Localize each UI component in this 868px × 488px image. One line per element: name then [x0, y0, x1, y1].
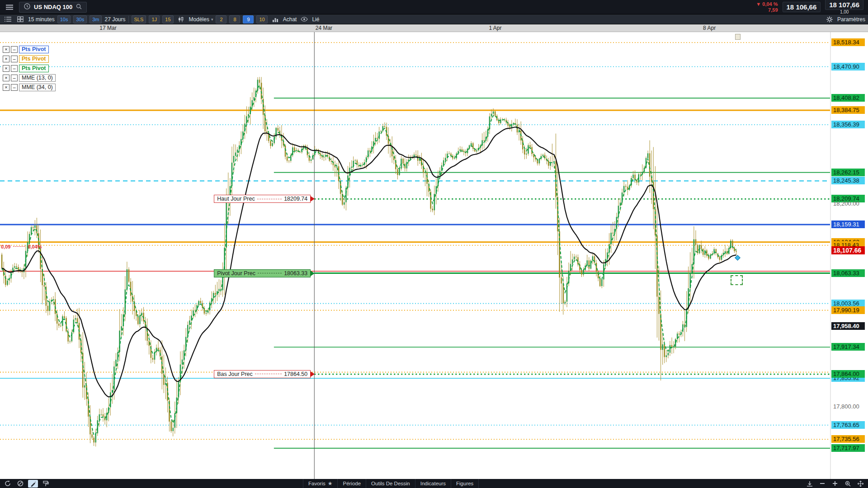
- price-axis-label: 17,958.40: [831, 322, 865, 330]
- remove-indicator-icon[interactable]: ×: [3, 84, 9, 91]
- sell-price-button[interactable]: 18 106,66: [783, 2, 821, 12]
- price-axis-label: 17,800.00: [831, 403, 865, 410]
- layout-10-button[interactable]: 10: [256, 15, 267, 23]
- order-marker-icon[interactable]: [735, 255, 741, 261]
- models-label: Modèles: [189, 16, 209, 23]
- layout-8-button[interactable]: 8: [229, 15, 240, 23]
- price-axis-label: 18,356.39: [831, 121, 865, 128]
- legend-label[interactable]: MME (13, 0): [19, 74, 56, 82]
- layout-grid-icon[interactable]: [15, 14, 25, 24]
- annotation-label: Haut Jour Prec: [217, 196, 255, 202]
- buy-mode-button[interactable]: Achat: [283, 16, 297, 23]
- chart-toolbar: 15 minutes 10s 30s 3m 27 Jours SLS 1J 15…: [0, 14, 868, 24]
- price-axis-label: 18,384.75: [831, 106, 865, 114]
- star-icon: ★: [328, 480, 333, 487]
- periode-button[interactable]: Période: [338, 479, 366, 488]
- legend-label[interactable]: Pts Pivot: [19, 46, 49, 53]
- annotation-value: 18063.33: [284, 270, 307, 277]
- timeframe-10s-button[interactable]: 10s: [57, 15, 71, 23]
- layout-2-button[interactable]: 2: [216, 15, 226, 23]
- annotation-label: Bas Jour Prec: [217, 371, 253, 377]
- quick-1j-button[interactable]: 1J: [149, 15, 160, 23]
- zoom-out-icon[interactable]: [817, 480, 827, 488]
- figures-button[interactable]: Figures: [451, 479, 479, 488]
- models-button[interactable]: Modèles ▾: [189, 16, 213, 23]
- erase-drawings-icon[interactable]: [15, 480, 25, 488]
- spread-value: 7,59: [756, 7, 778, 13]
- legend-row-mme34: × – MME (34, 0): [3, 84, 56, 91]
- paint-tool-icon[interactable]: [41, 480, 51, 488]
- layout-9-button[interactable]: 9: [243, 15, 254, 23]
- change-direction-icon: ▼: [756, 1, 761, 7]
- gear-icon[interactable]: [825, 14, 835, 24]
- remove-indicator-icon[interactable]: ×: [3, 56, 9, 62]
- settings-button[interactable]: Paramètres: [837, 16, 865, 23]
- buy-price-button[interactable]: 18 107,66: [825, 0, 863, 10]
- linked-button[interactable]: Lié: [312, 16, 319, 23]
- top-bar: US NDAQ 100 ▼ 0,04 % 7,59 18 106,66 18 1…: [0, 0, 868, 14]
- price-axis-label: 18,408.82: [831, 94, 865, 102]
- quick-15-button[interactable]: 15: [162, 15, 173, 23]
- legend-label[interactable]: Pts Pivot: [19, 65, 49, 72]
- pan-move-icon[interactable]: [855, 480, 865, 488]
- collapse-indicator-icon[interactable]: –: [11, 84, 18, 91]
- price-axis-label: 18,200.00: [831, 200, 865, 207]
- linked-label: Lié: [312, 16, 319, 23]
- selection-box[interactable]: [731, 275, 743, 285]
- bottom-menu-group: Favoris ★ Période Outils De Dessin Indic…: [303, 479, 479, 488]
- price-axis-label: 17,864.00: [831, 370, 865, 378]
- eye-icon[interactable]: [299, 14, 309, 24]
- instrument-name: US NDAQ 100: [34, 4, 72, 10]
- pivot-annotation[interactable]: Haut Jour Prec18209.74: [214, 195, 315, 203]
- remove-indicator-icon[interactable]: ×: [3, 46, 9, 53]
- chart-area[interactable]: 18,518.3418,470.9018,408.8218,384.7518,3…: [0, 32, 868, 479]
- outils-de-dessin-button[interactable]: Outils De Dessin: [366, 479, 415, 488]
- timeframe-selector[interactable]: 15 minutes: [28, 16, 55, 23]
- annotation-value: 18209.74: [284, 196, 307, 202]
- zoom-fit-icon[interactable]: [843, 480, 853, 488]
- favoris-button[interactable]: Favoris ★: [303, 479, 338, 488]
- price-axis-label: 18,107.66: [831, 246, 865, 254]
- indicateurs-button[interactable]: Indicateurs: [415, 479, 451, 488]
- price-axis-label: 18,518.34: [831, 38, 865, 46]
- collapse-indicator-icon[interactable]: –: [11, 75, 18, 81]
- annotation-arrow-icon: [311, 371, 315, 377]
- collapse-indicator-icon[interactable]: –: [11, 65, 18, 72]
- price-axis-label: 18,063.33: [831, 269, 865, 277]
- menu-icon[interactable]: [5, 2, 14, 12]
- price-axis-label: 18,262.15: [831, 169, 865, 176]
- date-label: 24 Mar: [316, 25, 332, 31]
- legend-row-pivot-orange: × – Pts Pivot: [3, 55, 56, 63]
- period-label: 27 Jours: [104, 16, 125, 23]
- pivot-annotation[interactable]: Bas Jour Prec17864.50: [214, 370, 315, 378]
- chart-type-icon[interactable]: [176, 14, 186, 24]
- volume-icon[interactable]: [270, 14, 280, 24]
- period-selector[interactable]: 27 Jours: [104, 16, 125, 23]
- buy-label: Achat: [283, 16, 297, 23]
- settings-label: Paramètres: [837, 16, 865, 23]
- watchlist-icon[interactable]: [3, 14, 13, 24]
- search-icon[interactable]: [76, 3, 82, 11]
- chevron-down-icon: ▾: [211, 17, 213, 22]
- remove-indicator-icon[interactable]: ×: [3, 75, 9, 81]
- export-icon[interactable]: [805, 480, 815, 488]
- price-axis-label: 17,735.56: [831, 435, 865, 443]
- note-icon[interactable]: [735, 34, 741, 40]
- remove-indicator-icon[interactable]: ×: [3, 65, 9, 72]
- quick-sls-button[interactable]: SLS: [132, 15, 146, 23]
- pivot-annotation[interactable]: Pivot Jour Prec18063.33: [214, 269, 315, 277]
- legend-label[interactable]: Pts Pivot: [19, 55, 49, 63]
- collapse-indicator-icon[interactable]: –: [11, 46, 18, 53]
- timeframe-3m-button[interactable]: 3m: [90, 15, 102, 23]
- instrument-selector[interactable]: US NDAQ 100: [19, 2, 87, 13]
- refresh-icon[interactable]: [3, 480, 13, 488]
- favoris-label: Favoris: [308, 481, 326, 486]
- collapse-indicator-icon[interactable]: –: [11, 56, 18, 62]
- timeframe-30s-button[interactable]: 30s: [73, 15, 87, 23]
- zoom-in-icon[interactable]: [830, 480, 840, 488]
- price-axis-label: 17,717.97: [831, 444, 865, 452]
- date-axis[interactable]: 17 Mar24 Mar1 Apr8 Apr: [0, 24, 868, 32]
- legend-label[interactable]: MME (34, 0): [19, 84, 56, 91]
- pencil-tool-icon[interactable]: [28, 480, 38, 488]
- price-axis-label: 18,470.90: [831, 63, 865, 70]
